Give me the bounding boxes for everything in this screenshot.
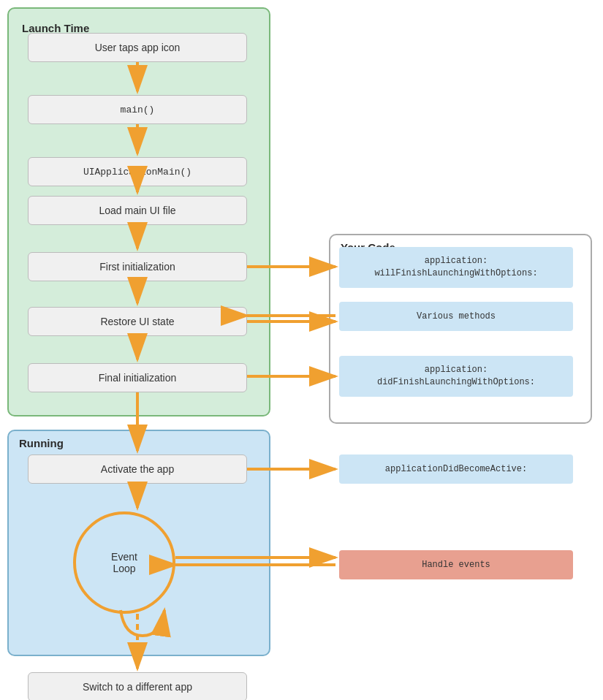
will-finish-box: application: willFinishLaunchingWithOpti… [339,247,573,288]
user-taps-box: User taps app icon [28,33,247,62]
running-label: Running [19,437,64,449]
event-loop-circle: Event Loop [73,511,175,614]
became-active-box: applicationDidBecomeActive: [339,454,573,484]
main-box: main() [28,95,247,124]
diagram-container: Launch Time Running Your Code User taps … [0,0,603,700]
activate-box: Activate the app [28,454,247,484]
uiapplication-main-box: UIApplicationMain() [28,157,247,186]
switch-app-box: Switch to a different app [28,672,247,700]
did-finish-box: application: didFinishLaunchingWithOptio… [339,356,573,397]
handle-events-box: Handle events [339,550,573,579]
restore-ui-box: Restore UI state [28,307,247,336]
various-methods-box: Various methods [339,302,573,331]
first-init-box: First initialization [28,252,247,281]
load-ui-box: Load main UI file [28,196,247,225]
final-init-box: Final initialization [28,363,247,392]
